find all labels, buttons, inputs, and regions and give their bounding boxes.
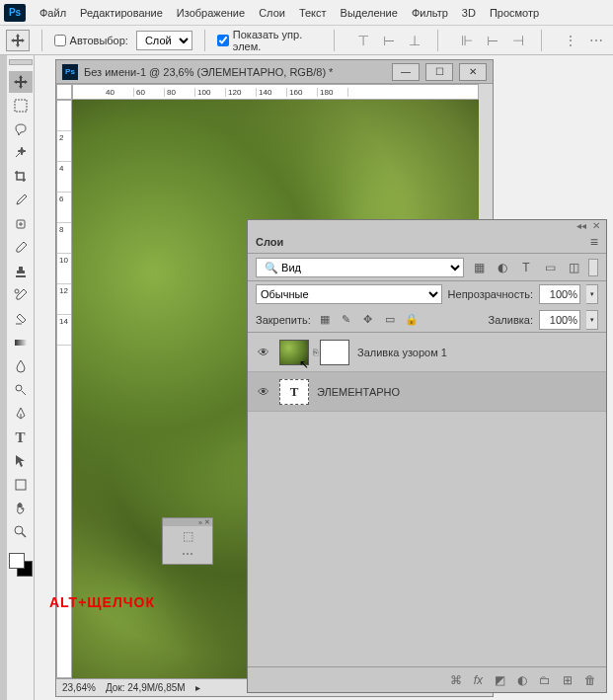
menu-image[interactable]: Изображение xyxy=(177,7,245,19)
healing-tool[interactable] xyxy=(9,213,33,235)
show-controls-checkbox[interactable] xyxy=(217,35,229,46)
layer-thumbnail[interactable] xyxy=(279,340,309,365)
lock-position-icon[interactable]: ✥ xyxy=(360,312,376,328)
autoselect-checkbox[interactable] xyxy=(54,35,66,46)
fill-dropdown-icon[interactable]: ▾ xyxy=(586,310,598,330)
zoom-readout[interactable]: 23,64% xyxy=(62,682,96,693)
layer-row[interactable]: 👁 ⎘ ↖ Заливка узором 1 xyxy=(248,333,606,372)
menu-view[interactable]: Просмотр xyxy=(490,7,539,19)
lock-transparency-icon[interactable]: ▦ xyxy=(317,312,333,328)
collapsed-panel[interactable]: » ✕ ⬚ ⋯ xyxy=(162,517,213,565)
delete-layer-icon[interactable]: 🗑 xyxy=(584,673,596,687)
foreground-swatch[interactable] xyxy=(9,553,25,569)
panel-collapse-icon[interactable]: ◂◂ xyxy=(576,220,586,231)
lasso-tool[interactable] xyxy=(9,118,33,140)
panel-handle[interactable]: ◂◂ ✕ xyxy=(248,220,606,230)
filter-adjust-icon[interactable]: ◐ xyxy=(494,259,511,276)
current-tool-indicator[interactable] xyxy=(6,30,30,51)
gradient-tool[interactable] xyxy=(9,332,33,353)
panel-close-icon[interactable]: ✕ xyxy=(592,220,600,231)
lock-artboard-icon[interactable]: ▭ xyxy=(382,312,398,328)
distribute-icon-2[interactable]: ⋯ xyxy=(585,31,607,50)
opacity-input[interactable]: 100% xyxy=(539,284,580,304)
doc-size-readout[interactable]: Док: 24,9M/6,85M xyxy=(106,682,186,693)
align-right-icon[interactable]: ⊣ xyxy=(507,31,529,50)
panel-menu-icon[interactable]: ≡ xyxy=(590,234,598,250)
mini-more-icon[interactable]: ⋯ xyxy=(182,547,193,561)
menu-text[interactable]: Текст xyxy=(299,7,327,19)
marquee-tool[interactable] xyxy=(9,95,33,117)
new-group-icon[interactable]: 🗀 xyxy=(539,673,551,687)
toolbox-handle[interactable] xyxy=(9,59,33,65)
path-select-tool[interactable] xyxy=(9,450,33,472)
layer-thumbnail[interactable]: T xyxy=(279,379,309,405)
align-bottom-icon[interactable]: ⊥ xyxy=(404,31,425,50)
menu-3d[interactable]: 3D xyxy=(462,7,476,19)
minimize-button[interactable]: — xyxy=(392,63,420,81)
align-left-icon[interactable]: ⊩ xyxy=(456,31,478,50)
mini-close-icon[interactable]: ✕ xyxy=(204,518,210,526)
hand-tool[interactable] xyxy=(9,498,33,519)
layer-name[interactable]: Заливка узором 1 xyxy=(357,347,447,358)
pen-tool[interactable] xyxy=(9,403,33,425)
link-indicator-icon[interactable]: ⎘ xyxy=(313,348,318,357)
horizontal-ruler[interactable]: 406080100120140160180 xyxy=(72,84,479,100)
mini-collapse-icon[interactable]: » xyxy=(198,519,202,526)
eraser-tool[interactable] xyxy=(9,308,33,330)
align-top-icon[interactable]: ⊤ xyxy=(352,31,374,50)
visibility-toggle[interactable]: 👁 xyxy=(256,384,271,400)
menu-edit[interactable]: Редактирование xyxy=(80,7,163,19)
align-vcenter-icon[interactable]: ⊢ xyxy=(378,31,400,50)
menu-select[interactable]: Выделение xyxy=(341,7,398,19)
menu-filter[interactable]: Фильтр xyxy=(412,7,448,19)
opacity-dropdown-icon[interactable]: ▾ xyxy=(586,284,598,304)
type-tool[interactable]: T xyxy=(9,427,33,448)
stamp-tool[interactable] xyxy=(9,261,33,282)
lock-all-icon[interactable]: 🔒 xyxy=(404,312,420,328)
align-hcenter-icon[interactable]: ⊢ xyxy=(482,31,503,50)
side-handle[interactable] xyxy=(0,55,7,700)
layer-name[interactable]: ЭЛЕМЕНТАРНО xyxy=(317,386,400,398)
add-mask-icon[interactable]: ◩ xyxy=(495,673,505,687)
shape-tool[interactable] xyxy=(9,474,33,496)
distribute-icon[interactable]: ⋮ xyxy=(560,31,581,50)
lock-pixels-icon[interactable]: ✎ xyxy=(339,312,354,328)
menu-layers[interactable]: Слои xyxy=(259,7,285,19)
history-brush-tool[interactable] xyxy=(9,284,33,306)
visibility-toggle[interactable]: 👁 xyxy=(256,345,271,360)
filter-pixel-icon[interactable]: ▦ xyxy=(470,259,488,276)
show-controls-checkbox-wrap[interactable]: Показать упр. элем. xyxy=(217,29,323,52)
layers-tab[interactable]: Слои xyxy=(256,236,283,248)
dodge-tool[interactable] xyxy=(9,379,33,401)
color-swatches[interactable] xyxy=(9,553,33,577)
autoselect-target-dropdown[interactable]: Слой xyxy=(136,31,192,50)
adjustment-layer-icon[interactable]: ◐ xyxy=(517,673,527,687)
layer-style-icon[interactable]: fx xyxy=(474,673,483,687)
layer-row[interactable]: 👁 T ЭЛЕМЕНТАРНО xyxy=(248,372,606,412)
zoom-tool[interactable] xyxy=(9,521,33,543)
eyedropper-tool[interactable] xyxy=(9,190,33,211)
link-layers-icon[interactable]: ⌘ xyxy=(450,673,462,687)
crop-tool[interactable] xyxy=(9,166,33,188)
blend-mode-dropdown[interactable]: Обычные xyxy=(256,284,442,304)
mini-3d-icon[interactable]: ⬚ xyxy=(183,529,193,543)
blur-tool[interactable] xyxy=(9,355,33,377)
menu-file[interactable]: Файл xyxy=(39,7,66,19)
brush-tool[interactable] xyxy=(9,237,33,259)
magic-wand-tool[interactable] xyxy=(9,142,33,164)
new-layer-icon[interactable]: ⊞ xyxy=(563,673,573,687)
fill-input[interactable]: 100% xyxy=(539,310,580,330)
move-tool[interactable] xyxy=(9,71,33,93)
statusbar-dropdown-icon[interactable]: ▸ xyxy=(195,682,200,693)
close-button[interactable]: ✕ xyxy=(459,63,487,81)
filter-smart-icon[interactable]: ◫ xyxy=(565,259,582,276)
document-titlebar[interactable]: Ps Без имени-1 @ 23,6% (ЭЛЕМЕНТАРНО, RGB… xyxy=(56,60,493,84)
layer-mask-thumbnail[interactable] xyxy=(320,340,349,365)
filter-shape-icon[interactable]: ▭ xyxy=(541,259,559,276)
maximize-button[interactable]: ☐ xyxy=(425,63,453,81)
ruler-corner[interactable] xyxy=(56,84,72,100)
filter-kind-dropdown[interactable]: 🔍 Вид xyxy=(256,258,464,277)
autoselect-checkbox-wrap[interactable]: Автовыбор: xyxy=(54,35,128,46)
filter-type-icon[interactable]: T xyxy=(517,259,535,276)
filter-toggle-switch[interactable] xyxy=(588,259,598,276)
